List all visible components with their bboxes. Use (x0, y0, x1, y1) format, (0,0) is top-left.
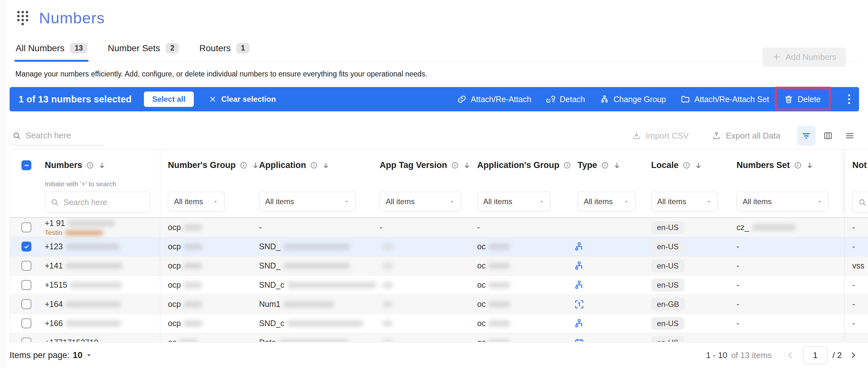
import-csv-button[interactable]: Import CSV (632, 131, 689, 141)
cell-text: oc (477, 300, 486, 308)
more-actions-kebab-icon[interactable] (846, 92, 852, 106)
close-icon (209, 95, 217, 103)
applications-group-filter[interactable]: All items (477, 192, 550, 212)
column-header-numbers-group: Number's Group All items (160, 149, 251, 217)
delete-button[interactable]: Delete (784, 94, 821, 104)
cell-text: Num1 (259, 300, 280, 308)
select-all-button[interactable]: Select all (144, 92, 194, 107)
checkbox-cell (10, 222, 37, 232)
collapsed-sidebar-strip (0, 0, 6, 368)
redacted-text (287, 320, 364, 327)
attach-re-attach-set-button[interactable]: Attach/Re-Attach Set (681, 94, 769, 104)
locale-filter[interactable]: All items (651, 192, 718, 212)
cell-text: oc (168, 338, 176, 342)
org-chart-icon (574, 280, 644, 290)
row-checkbox[interactable] (22, 299, 31, 309)
info-icon[interactable] (794, 161, 802, 169)
table-row: +141ocpSND_ocen-US-vss (10, 256, 868, 276)
number-value: +164 (45, 300, 160, 309)
detach-button[interactable]: Detach (546, 94, 585, 104)
locale-badge: en-US (651, 279, 684, 292)
attach-re-attach-button[interactable]: Attach/Re-Attach (457, 94, 531, 104)
numbers-group-filter[interactable]: All items (168, 192, 224, 212)
tab-bar: All Numbers 13 Number Sets 2 Routers 1 (14, 41, 859, 61)
application-filter[interactable]: All items (259, 192, 355, 212)
sort-icon[interactable] (694, 161, 703, 170)
cell-text: ocp (168, 223, 181, 232)
add-numbers-button[interactable]: Add Numbers (763, 48, 846, 67)
select-all-checkbox[interactable] (22, 160, 31, 170)
redacted-text (382, 339, 393, 342)
info-icon[interactable] (240, 161, 248, 169)
caret-down-icon (86, 352, 92, 359)
change-group-button[interactable]: Change Group (600, 94, 666, 104)
columns-button[interactable] (819, 126, 837, 146)
global-search-input[interactable] (26, 130, 103, 141)
cell-app-tag-version (372, 300, 469, 309)
number-value: +17717152710 (45, 338, 160, 342)
cell-numbers: +1515 (37, 276, 160, 295)
info-icon[interactable] (310, 161, 318, 169)
tab-all-numbers[interactable]: All Numbers 13 (14, 41, 89, 61)
app-tag-version-filter[interactable]: All items (380, 192, 461, 212)
redacted-text (183, 301, 203, 308)
cell-numbers: +123 (37, 237, 160, 256)
cell-notes: - (844, 276, 868, 295)
org-chart-icon (574, 260, 644, 271)
previous-page-icon[interactable] (783, 348, 797, 362)
redacted-text (752, 224, 796, 231)
header-checkbox-cell (10, 149, 37, 217)
cell-text: - (852, 280, 855, 289)
sort-icon[interactable] (98, 161, 106, 170)
cell-numbers: +1 91Testin (37, 218, 160, 237)
row-checkbox[interactable] (22, 242, 31, 251)
row-checkbox[interactable] (22, 280, 31, 290)
tab-routers[interactable]: Routers 1 (198, 41, 251, 61)
table-footer: Items per page: 10 1 - 10 of 13 items / … (9, 342, 860, 368)
table-row: +123ocpSND_ocen-US-- (10, 237, 868, 256)
row-checkbox[interactable] (22, 222, 31, 232)
redacted-text (183, 244, 203, 250)
info-icon[interactable] (601, 161, 609, 169)
cell-application: SND_c (251, 280, 372, 289)
cell-text: ocp (168, 261, 181, 270)
numbers-set-filter[interactable]: All items (737, 192, 829, 212)
density-button[interactable] (840, 126, 859, 146)
cell-applications-group: - (469, 223, 570, 232)
export-all-data-button[interactable]: Export all Data (712, 131, 780, 141)
pagination-range: 1 - 10 (706, 350, 727, 360)
checkbox-cell (10, 299, 37, 309)
cell-applications-group: oc (469, 242, 570, 251)
next-page-icon[interactable] (846, 348, 860, 362)
cell-numbers-group: ocp (160, 280, 251, 289)
table-row: +17717152710ocDateocen-US-- (10, 333, 868, 342)
cell-type (570, 280, 644, 290)
filter-toggle-button[interactable] (797, 126, 815, 146)
info-icon[interactable] (682, 161, 690, 169)
tab-number-sets[interactable]: Number Sets 2 (106, 41, 180, 61)
clear-selection-button[interactable]: Clear selection (209, 95, 276, 104)
row-checkbox[interactable] (22, 318, 31, 328)
cell-numbers-group: ocp (160, 223, 251, 232)
locale-badge: en-US (651, 336, 684, 342)
sort-icon[interactable] (613, 161, 621, 170)
link-icon (457, 94, 467, 104)
tab-count-badge: 1 (236, 43, 249, 54)
redacted-text (179, 339, 198, 342)
page-number-input[interactable] (803, 346, 827, 364)
row-checkbox[interactable] (22, 261, 31, 271)
info-icon[interactable] (451, 161, 459, 169)
cell-text: - (380, 223, 382, 232)
cell-numbers-group: oc (160, 338, 251, 342)
numbers-column-search-input[interactable] (64, 198, 145, 207)
sort-icon[interactable] (806, 161, 814, 170)
items-per-page-control[interactable]: Items per page: 10 (9, 350, 92, 360)
chevron-down-icon (624, 199, 629, 205)
info-icon[interactable] (86, 161, 94, 169)
row-checkbox[interactable] (22, 338, 31, 342)
cell-text: ocp (168, 319, 181, 328)
table-row: +1515ocpSND_cocen-US-- (10, 276, 868, 295)
numbers-page: Numbers All Numbers 13 Number Sets 2 Rou… (0, 0, 868, 368)
type-filter[interactable]: All items (578, 192, 636, 212)
sort-icon[interactable] (322, 161, 330, 170)
